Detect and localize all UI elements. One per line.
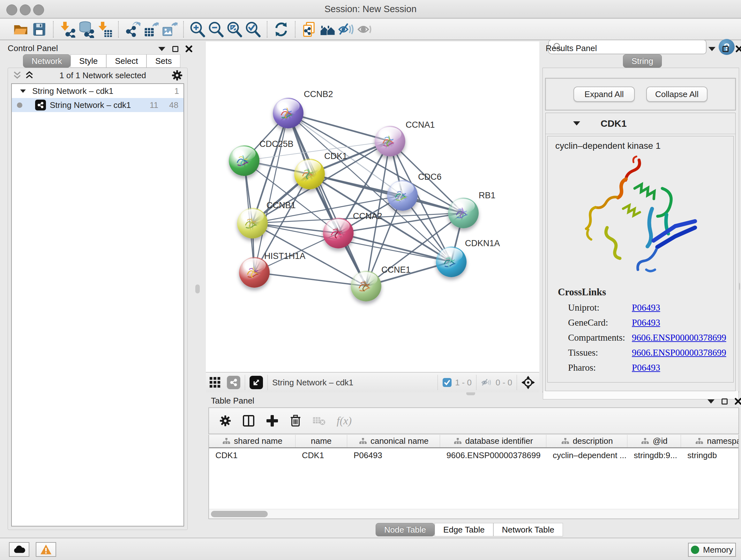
expand-all-icon[interactable] (24, 71, 34, 79)
crosslink-link[interactable]: 9606.ENSP00000378699 (632, 348, 726, 358)
hide-selected-icon[interactable] (337, 20, 355, 39)
zoom-out-icon[interactable] (207, 20, 225, 39)
scrollbar-thumb[interactable] (211, 511, 268, 517)
memory-button[interactable]: Memory (688, 543, 736, 557)
tab-network-table[interactable]: Network Table (493, 523, 563, 537)
clone-network-icon[interactable] (300, 20, 319, 39)
crosslink-link[interactable]: 9606.ENSP00000378699 (632, 332, 726, 343)
save-session-icon[interactable] (30, 20, 49, 39)
cloud-button[interactable] (9, 542, 29, 557)
node-CCNB2[interactable] (273, 98, 304, 128)
edge-CCNB2-HIST1H1A[interactable] (254, 113, 288, 272)
node-RB1[interactable] (448, 198, 479, 228)
tab-network[interactable]: Network (23, 54, 71, 68)
node-CCNE1[interactable] (351, 271, 381, 301)
column-header-description[interactable]: description (546, 435, 627, 447)
table-float-icon[interactable] (722, 398, 728, 405)
results-close-icon[interactable] (736, 45, 741, 52)
edge-CCNA2-CDKN1A[interactable] (338, 233, 451, 262)
tab-sets[interactable]: Sets (146, 54, 180, 68)
expand-all-button[interactable]: Expand All (574, 86, 635, 102)
zoom-in-icon[interactable] (188, 20, 207, 39)
left-splitter-handle[interactable] (195, 285, 200, 294)
tab-string-results[interactable]: String (623, 54, 662, 68)
node-HIST1H1A[interactable] (239, 257, 270, 288)
results-menu-icon[interactable] (709, 47, 716, 51)
column-header-shared-name[interactable]: shared name (209, 435, 295, 447)
export-table-icon[interactable] (142, 20, 160, 39)
add-column-icon[interactable] (266, 415, 279, 427)
table-cell[interactable]: stringdb (681, 448, 739, 462)
table-cell[interactable]: CDK1 (209, 448, 295, 462)
node-CCNA2[interactable] (323, 218, 354, 248)
edge-HIST1H1A-CCNE1[interactable] (254, 272, 366, 286)
results-float-icon[interactable] (723, 46, 729, 52)
table-menu-icon[interactable] (708, 399, 715, 403)
node-CDC6[interactable] (387, 180, 418, 211)
network-overview-icon[interactable] (319, 20, 337, 39)
column-header-canonical-name[interactable]: canonical name (347, 435, 440, 447)
network-collection-row[interactable]: String Network – cdk1 1 (12, 84, 184, 98)
network-options-gear-icon[interactable] (172, 70, 183, 81)
function-builder-icon[interactable]: f(x) (337, 415, 352, 427)
import-network-database-icon[interactable] (77, 20, 95, 39)
tab-node-table[interactable]: Node Table (376, 523, 434, 537)
table-close-icon[interactable] (735, 398, 741, 405)
tab-style[interactable]: Style (71, 54, 106, 68)
close-panel-icon[interactable] (185, 45, 192, 52)
export-image-icon[interactable] (160, 20, 179, 39)
gene-expander-icon[interactable] (573, 121, 580, 125)
node-label-CCNE1: CCNE1 (381, 265, 411, 275)
column-header-name[interactable]: name (295, 435, 347, 447)
show-all-icon[interactable] (355, 20, 374, 39)
table-cell[interactable]: cyclin–dependent ... (546, 448, 627, 462)
hidden-eye-icon[interactable] (481, 378, 492, 387)
center-view-crosshair-icon[interactable] (522, 376, 535, 389)
node-CCNA1[interactable] (375, 126, 405, 157)
import-table-icon[interactable] (95, 20, 114, 39)
network-canvas[interactable]: CCNB2CCNA1CDC25BCDK1CDC6RB1CCNB1CCNA2CDK… (206, 42, 539, 372)
crosslink-link[interactable]: P06493 (632, 302, 660, 313)
column-header-database-identifier[interactable]: database identifier (440, 435, 546, 447)
warning-button[interactable] (36, 542, 56, 557)
table-hscrollbar[interactable] (208, 509, 739, 519)
table-cell[interactable]: 9606.ENSP00000378699 (440, 448, 546, 462)
show-columns-icon[interactable] (242, 415, 255, 427)
delete-column-trash-icon[interactable] (289, 415, 301, 427)
tab-select[interactable]: Select (106, 54, 146, 68)
zoom-selected-icon[interactable] (244, 20, 262, 39)
apply-layout-refresh-icon[interactable] (272, 20, 290, 39)
collection-expander-icon[interactable] (20, 89, 26, 92)
table-cell[interactable]: CDK1 (295, 448, 347, 462)
open-session-icon[interactable] (11, 20, 30, 39)
selected-checkbox-icon[interactable] (442, 378, 452, 387)
crosslink-label: Uniprot: (568, 302, 632, 313)
zoom-fit-icon[interactable] (225, 20, 244, 39)
import-network-icon[interactable] (58, 20, 77, 39)
network-share-view-icon[interactable] (227, 376, 240, 389)
column-header--id[interactable]: @id (627, 435, 681, 447)
column-header-namespace[interactable]: namespace (681, 435, 739, 447)
collapse-all-button[interactable]: Collapse All (646, 86, 708, 102)
gene-description: cyclin–dependent kinase 1 (555, 141, 733, 151)
network-grid-view-icon[interactable] (209, 376, 221, 388)
float-panel-icon[interactable] (172, 46, 179, 52)
table-row[interactable]: CDK1CDK1P064939606.ENSP00000378699cyclin… (209, 448, 738, 462)
delete-table-icon[interactable] (313, 415, 326, 426)
crosslink-link[interactable]: P06493 (632, 362, 660, 373)
node-CDC25B[interactable] (229, 145, 259, 176)
crosslink-link[interactable]: P06493 (632, 317, 660, 328)
node-CCNB1[interactable] (237, 208, 268, 239)
birdseye-view-icon[interactable] (250, 376, 263, 389)
node-CDKN1A[interactable] (436, 246, 467, 277)
selected-counts: 1 - 0 (455, 378, 472, 388)
collapse-all-icon[interactable] (12, 71, 22, 79)
table-cell[interactable]: P06493 (347, 448, 440, 462)
tab-edge-table[interactable]: Edge Table (434, 523, 493, 537)
network-row[interactable]: String Network – cdk1 11 48 (12, 98, 184, 112)
node-CDK1[interactable] (294, 159, 325, 189)
table-options-gear-icon[interactable] (219, 415, 231, 427)
panel-menu-icon[interactable] (158, 47, 165, 51)
export-network-icon[interactable] (123, 20, 142, 39)
table-cell[interactable]: stringdb:9... (627, 448, 681, 462)
